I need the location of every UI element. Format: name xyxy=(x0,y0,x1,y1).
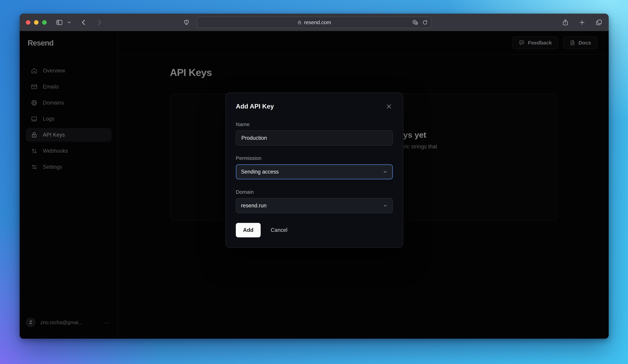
domain-label: Domain xyxy=(236,189,393,195)
desktop: { "browser": { "url": "resend.com", "win… xyxy=(0,0,628,364)
permission-select[interactable]: Sending access xyxy=(236,164,393,180)
lock-icon xyxy=(297,20,302,25)
name-input[interactable] xyxy=(236,130,393,146)
new-tab-icon[interactable] xyxy=(579,19,586,26)
tab-overview-icon[interactable] xyxy=(595,19,602,26)
permission-label: Permission xyxy=(236,155,393,161)
chevron-down-icon[interactable] xyxy=(67,20,72,25)
translate-icon[interactable] xyxy=(412,19,418,25)
url-text: resend.com xyxy=(304,19,331,25)
share-icon[interactable] xyxy=(562,19,569,26)
forward-button-icon[interactable] xyxy=(96,19,102,26)
close-modal-button[interactable] xyxy=(385,103,393,110)
add-api-key-modal: Add API Key Name Permission Sending acce… xyxy=(226,92,403,248)
add-button[interactable]: Add xyxy=(236,223,261,237)
domain-select[interactable]: resend.run xyxy=(236,198,393,213)
minimize-window-button[interactable] xyxy=(34,20,38,25)
browser-window: resend.com xyxy=(20,14,609,339)
sidebar-toggle-icon[interactable] xyxy=(56,19,63,26)
permission-selected-value: Sending access xyxy=(241,169,279,175)
cancel-button[interactable]: Cancel xyxy=(271,227,287,233)
close-icon xyxy=(386,103,392,110)
modal-title: Add API Key xyxy=(236,103,274,110)
browser-titlebar: resend.com xyxy=(20,14,609,31)
back-button-icon[interactable] xyxy=(80,19,87,26)
close-window-button[interactable] xyxy=(26,20,30,25)
chevron-down-icon xyxy=(383,169,388,175)
chevron-down-icon xyxy=(383,203,388,208)
reload-icon[interactable] xyxy=(422,20,428,25)
zoom-window-button[interactable] xyxy=(42,20,47,25)
domain-selected-value: resend.run xyxy=(241,202,267,209)
privacy-shield-icon[interactable] xyxy=(183,19,190,26)
window-controls xyxy=(26,20,47,25)
name-label: Name xyxy=(236,121,393,127)
address-bar[interactable]: resend.com xyxy=(197,17,432,28)
